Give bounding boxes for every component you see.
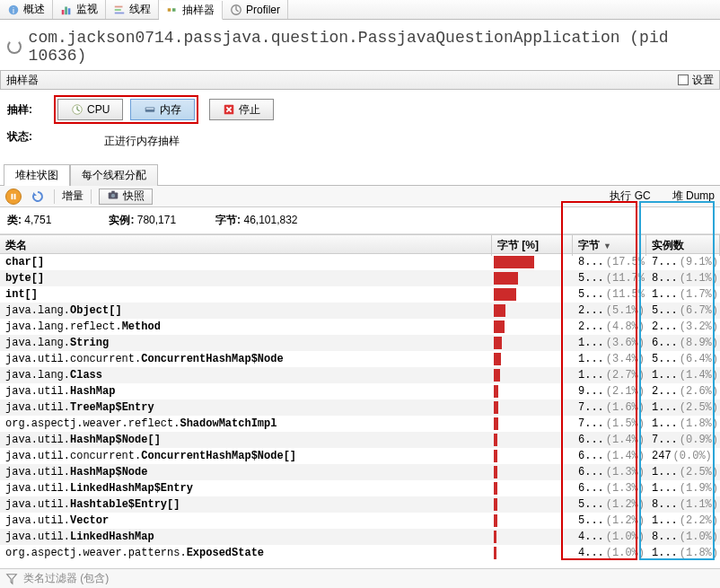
col-bytes-pct[interactable]: 字节 [%] [492, 235, 573, 256]
class-name-cell: org.aspectj.weaver.patterns.ExposedState [0, 545, 492, 561]
col-name[interactable]: 类名 [0, 235, 492, 256]
run-gc-button[interactable]: 执行 GC [610, 189, 650, 204]
snapshot-button[interactable]: 快照 [99, 189, 153, 205]
bytes-cell: 7...(1.6%) [573, 399, 646, 416]
sampler-icon [166, 4, 179, 16]
svg-rect-4 [68, 8, 71, 14]
instances-cell: 1...(2.2%) [646, 513, 720, 529]
highlight-box: CPU 内存 [54, 95, 198, 124]
table-row[interactable]: int[]5...(11.5%)1...(1.7%) [0, 286, 720, 303]
table-row[interactable]: java.util.TreeMap$Entry7...(1.6%)1...(2.… [0, 399, 720, 416]
table-row[interactable]: org.aspectj.weaver.patterns.ExposedState… [0, 545, 720, 561]
instances-cell: 7...(0.9%) [646, 432, 720, 448]
bytes-cell: 5...(1.2%) [573, 513, 646, 529]
instances-cell: 247(0.0%) [646, 448, 720, 464]
bytes-cell: 2...(4.8%) [573, 319, 646, 335]
filter-bar[interactable]: 类名过滤器 (包含) [0, 568, 720, 588]
totals-bar: 类: 4,751 实例: 780,171 字节: 46,101,832 [0, 207, 720, 234]
bytes-cell: 6...(1.4%) [573, 448, 646, 464]
bytes-cell: 5...(11.5%) [573, 286, 646, 303]
subtab-histogram[interactable]: 堆柱状图 [4, 164, 70, 186]
bytes-bar-cell [492, 286, 573, 303]
instances-cell: 1...(2.5%) [646, 399, 720, 416]
bytes-cell: 2...(5.1%) [573, 303, 646, 319]
funnel-icon [5, 573, 18, 585]
bytes-cell: 5...(11.7%) [573, 270, 646, 286]
class-name-cell: java.lang.Object[] [0, 303, 492, 319]
refresh-button[interactable] [29, 189, 47, 205]
svg-point-18 [111, 194, 115, 197]
table-row[interactable]: java.lang.reflect.Method2...(4.8%)2...(3… [0, 319, 720, 335]
table-row[interactable]: java.util.HashMap9...(2.1%)2...(2.6%) [0, 383, 720, 399]
memory-icon [144, 103, 156, 116]
bytes-bar-cell [492, 399, 573, 416]
svg-rect-2 [62, 10, 65, 14]
instances-cell: 1...(1.4%) [646, 367, 720, 383]
stop-button[interactable]: 停止 [209, 99, 274, 120]
class-name-cell: char[] [0, 254, 492, 270]
tab-overview[interactable]: i 概述 [0, 0, 53, 19]
bytes-cell: 5...(1.2%) [573, 496, 646, 513]
tab-sampler[interactable]: 抽样器 [159, 1, 223, 20]
svg-rect-6 [115, 9, 121, 11]
instances-cell: 2...(2.6%) [646, 383, 720, 399]
tab-profiler[interactable]: Profiler [223, 0, 288, 19]
panel-header: 抽样器 设置 [0, 70, 720, 90]
threads-icon [113, 4, 126, 16]
table-row[interactable]: java.util.LinkedHashMap4...(1.0%)8...(1.… [0, 529, 720, 545]
delta-label[interactable]: 增量 [62, 189, 83, 204]
bytes-bar-cell [492, 270, 573, 286]
instances-cell: 7...(9.1%) [646, 254, 720, 270]
heap-dump-button[interactable]: 堆 Dump [672, 189, 715, 204]
class-name-cell: java.util.HashMap [0, 383, 492, 399]
bytes-cell: 4...(1.0%) [573, 529, 646, 545]
bytes-cell: 7...(1.5%) [573, 416, 646, 432]
table-row[interactable]: char[]8...(17.5%)7...(9.1%) [0, 254, 720, 270]
tab-label: 线程 [129, 2, 151, 17]
table-row[interactable]: java.lang.String1...(3.6%)6...(8.9%) [0, 335, 720, 351]
col-bytes[interactable]: 字节▼ [573, 235, 646, 256]
table-row[interactable]: java.util.concurrent.ConcurrentHashMap$N… [0, 448, 720, 464]
table-row[interactable]: java.util.HashMap$Node6...(1.3%)1...(2.5… [0, 464, 720, 480]
bytes-bar-cell [492, 464, 573, 480]
table: 类名 字节 [%] 字节▼ 实例数 char[]8...(17.5%)7...(… [0, 234, 720, 561]
svg-rect-9 [172, 8, 176, 12]
col-instances[interactable]: 实例数 [646, 235, 720, 256]
subtab-per-thread[interactable]: 每个线程分配 [70, 164, 158, 186]
settings-toggle[interactable]: 设置 [678, 73, 714, 88]
table-row[interactable]: java.util.concurrent.ConcurrentHashMap$N… [0, 351, 720, 367]
sub-tabs: 堆柱状图 每个线程分配 [0, 163, 720, 186]
table-row[interactable]: byte[]5...(11.7%)8...(1.1%) [0, 270, 720, 286]
table-row[interactable]: org.aspectj.weaver.reflect.ShadowMatchIm… [0, 416, 720, 432]
total-classes-label: 类: [7, 214, 22, 226]
chart-icon [60, 4, 73, 16]
pause-button[interactable] [5, 189, 22, 205]
total-instances: 780,171 [137, 214, 176, 226]
tab-threads[interactable]: 线程 [106, 0, 159, 19]
class-name-cell: java.util.concurrent.ConcurrentHashMap$N… [0, 351, 492, 367]
table-row[interactable]: java.lang.Object[]2...(5.1%)5...(6.7%) [0, 303, 720, 319]
bytes-cell: 8...(17.5%) [573, 254, 646, 270]
memory-button[interactable]: 内存 [130, 99, 195, 120]
bytes-bar-cell [492, 545, 573, 561]
table-row[interactable]: java.util.Vector5...(1.2%)1...(2.2%) [0, 513, 720, 529]
instances-cell: 1...(1.9%) [646, 480, 720, 496]
total-classes: 4,751 [24, 214, 51, 226]
table-row[interactable]: java.util.Hashtable$Entry[]5...(1.2%)8..… [0, 496, 720, 513]
class-name-cell: int[] [0, 286, 492, 303]
table-header: 类名 字节 [%] 字节▼ 实例数 [0, 234, 720, 254]
cpu-button[interactable]: CPU [57, 99, 123, 120]
table-row[interactable]: java.util.HashMap$Node[]6...(1.4%)7...(0… [0, 432, 720, 448]
class-name-cell: java.lang.String [0, 335, 492, 351]
bytes-bar-cell [492, 480, 573, 496]
svg-rect-8 [168, 8, 171, 12]
class-name-cell: java.util.Vector [0, 513, 492, 529]
filter-placeholder: 类名过滤器 (包含) [23, 571, 109, 586]
table-row[interactable]: java.util.LinkedHashMap$Entry6...(1.3%)1… [0, 480, 720, 496]
tab-monitor[interactable]: 监视 [53, 0, 106, 19]
instances-cell: 8...(1.1%) [646, 270, 720, 286]
button-label: 快照 [123, 189, 145, 204]
table-row[interactable]: java.lang.Class1...(2.7%)1...(1.4%) [0, 367, 720, 383]
button-label: 停止 [239, 102, 260, 118]
tab-label: Profiler [246, 4, 280, 16]
